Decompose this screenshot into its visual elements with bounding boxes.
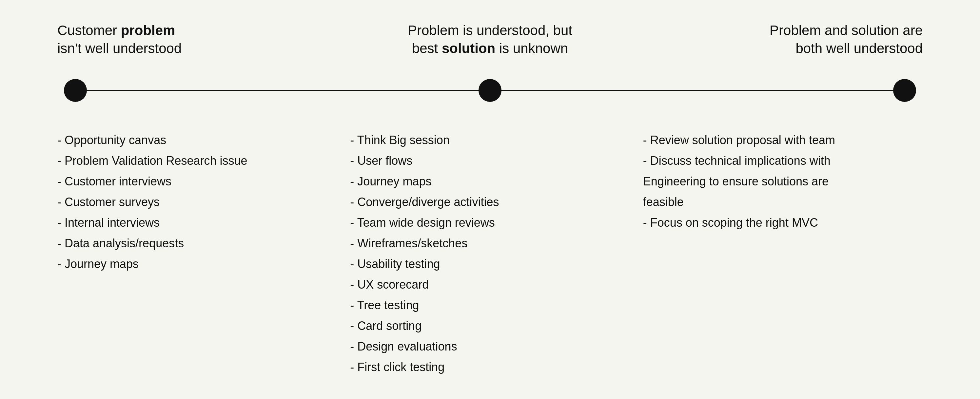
dot-right [893, 79, 916, 102]
list-item: - Problem Validation Research issue [57, 150, 337, 171]
list-item: - Team wide design reviews [350, 212, 630, 233]
list-item: Engineering to ensure solutions are [643, 171, 923, 192]
dot-middle [479, 79, 501, 102]
header-middle-bold: solution [442, 41, 495, 56]
timeline-wrapper [57, 77, 923, 103]
list-item: - First click testing [350, 357, 630, 377]
header-middle: Problem is understood, butbest solution … [346, 22, 634, 57]
list-item: - Focus on scoping the right MVC [643, 212, 923, 233]
content-row: - Opportunity canvas - Problem Validatio… [57, 130, 923, 377]
list-item: - Discuss technical implications with [643, 150, 923, 171]
list-item: - Wireframes/sketches [350, 233, 630, 254]
dot-left [64, 79, 87, 102]
list-item: - Customer surveys [57, 192, 337, 212]
header-right: Problem and solution areboth well unders… [634, 22, 923, 57]
list-item: - Tree testing [350, 295, 630, 315]
list-item: - Customer interviews [57, 171, 337, 192]
list-item: - User flows [350, 150, 630, 171]
diagram-container: Customer problemisn't well understood Pr… [31, 2, 949, 397]
list-item: - Review solution proposal with team [643, 130, 923, 150]
list-item: - Card sorting [350, 315, 630, 336]
list-item: - Internal interviews [57, 212, 337, 233]
header-left: Customer problemisn't well understood [57, 22, 346, 57]
list-item: - Journey maps [350, 171, 630, 192]
list-item: - Data analysis/requests [57, 233, 337, 254]
timeline-dots [57, 77, 923, 103]
content-col-left: - Opportunity canvas - Problem Validatio… [57, 130, 350, 274]
list-item: - Journey maps [57, 254, 337, 274]
list-item: - Design evaluations [350, 336, 630, 357]
list-item: - Opportunity canvas [57, 130, 337, 150]
list-item: - Think Big session [350, 130, 630, 150]
content-col-right: - Review solution proposal with team - D… [643, 130, 923, 233]
header-left-bold: problem [121, 22, 175, 38]
list-item: - UX scorecard [350, 274, 630, 295]
list-item: feasible [643, 192, 923, 212]
list-item: - Usability testing [350, 254, 630, 274]
content-col-middle: - Think Big session - User flows - Journ… [350, 130, 643, 377]
list-item: - Converge/diverge activities [350, 192, 630, 212]
header-row: Customer problemisn't well understood Pr… [57, 22, 923, 57]
